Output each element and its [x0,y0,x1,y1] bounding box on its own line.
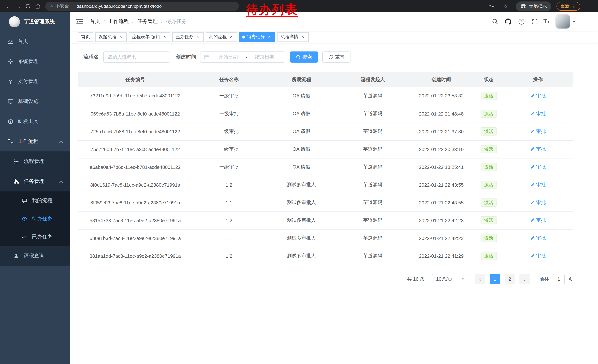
view-tab[interactable]: 流程详情 × [277,32,309,42]
help-icon[interactable] [517,17,526,26]
close-icon[interactable]: × [229,34,234,40]
date-range-picker[interactable]: 开始日期 - 结束日期 [200,51,285,63]
cell-action: 审批 [503,87,573,105]
page-number-button[interactable]: 1 [490,274,500,284]
cell-task-id: 8f0d1619-7ac8-11ec-a9e2-a2380e71991a [78,176,193,194]
more-menu-icon[interactable]: ⋮ [572,4,576,9]
github-icon[interactable] [503,17,513,26]
cell-task-name: 一级审批 [193,122,265,140]
approve-link[interactable]: 审批 [530,235,546,242]
address-bar[interactable]: ⚠ 不安全 dashboard.yudao.iocoder.cn/bpm/tas… [45,2,239,11]
approve-link[interactable]: 审批 [530,252,546,259]
status-badge: 激活 [481,110,497,118]
next-page-button[interactable]: › [519,274,530,284]
cell-status: 激活 [475,105,503,122]
cell-process: 测试多审批人 [265,247,338,265]
sidebar-item-home[interactable]: 首页 [0,32,70,51]
cell-task-name: 1.1 [193,229,265,247]
pagination: 共 16 条 10条/页 ▾ ‹ 1 2 › 前往 [78,274,573,284]
end-date-placeholder[interactable]: 结束日期 [248,54,281,60]
table-row: a6aba0a4-7b6d-11ec-b781-acde48001122 一级审… [78,158,573,176]
close-icon[interactable]: × [162,34,167,40]
search-icon[interactable] [490,17,500,26]
sidebar-item-leave-query[interactable]: 请假查询 [0,246,70,266]
sidebar-item-task-management[interactable]: 任务管理 [0,171,70,191]
view-tab[interactable]: 首页 [78,32,93,42]
close-icon[interactable]: × [300,34,305,40]
breadcrumb-task-management[interactable]: 任务管理 [137,18,158,25]
page-number-button[interactable]: 2 [505,274,515,284]
sidebar-item-my-process[interactable]: 我的流程 [0,191,70,210]
sidebar-toggle-icon[interactable] [70,12,89,31]
fullscreen-icon[interactable] [530,17,540,26]
sidebar-item-devtools[interactable]: 研发工具 [0,112,70,131]
tab-label: 流程详情 [281,34,298,40]
view-tab[interactable]: 待办任务 × [239,32,275,42]
view-tab[interactable]: 我的流程 × [206,32,237,42]
flow-icon [8,138,13,145]
refresh-icon[interactable] [23,1,33,11]
sidebar-item-infrastructure[interactable]: 基础设施 [0,91,70,112]
start-date-placeholder[interactable]: 开始日期 [212,54,245,60]
edit-icon [530,147,535,152]
breadcrumb-home[interactable]: 首页 [90,18,100,25]
column-header: 任务编号 [78,72,193,87]
approve-link[interactable]: 审批 [530,199,546,206]
refresh-icon [328,55,333,59]
home-icon[interactable] [33,1,42,11]
sidebar-item-process-management[interactable]: 流程管理 [0,152,70,171]
tags-view-bar: 首页 发起流程 × 流程表单-编辑 × [70,31,598,43]
page-size-select[interactable]: 10条/页 ▾ [432,274,467,284]
cell-create-time: 2022-01-21 22:43:55 [408,194,475,211]
user-menu[interactable]: ▾ [556,14,575,29]
breadcrumb-workflow[interactable]: 工作流程 [108,18,129,25]
status-badge: 激活 [481,181,497,189]
yen-icon: ¥ [8,79,13,84]
reset-button[interactable]: 重置 [322,51,350,63]
sidebar-item-payment[interactable]: ¥ 支付管理 [0,72,70,91]
close-icon[interactable]: × [267,34,272,40]
bookmark-star-icon[interactable]: ☆ [501,1,511,11]
approve-link[interactable]: 审批 [530,110,546,117]
back-icon[interactable]: ← [4,1,13,11]
forward-icon[interactable]: → [13,1,23,11]
approve-link[interactable]: 审批 [530,93,546,99]
cell-create-time: 2022-01-22 20:33:10 [408,140,475,158]
key-icon[interactable] [486,1,496,11]
sidebar-item-done-tasks[interactable]: 已办任务 [0,228,70,246]
view-tab[interactable]: 流程表单-编辑 × [129,32,170,42]
chevron-down-icon [59,159,63,162]
prev-page-button[interactable]: ‹ [475,274,485,284]
sidebar-item-workflow[interactable]: 工作流程 [0,131,70,152]
url-text: dashboard.yudao.iocoder.cn/bpm/task/todo [77,4,162,9]
process-name-input[interactable] [103,51,170,63]
view-tab[interactable]: 已办任务 × [172,32,204,42]
update-button[interactable]: 更新 ⋮ [556,2,580,11]
approve-link[interactable]: 审批 [530,164,546,170]
sidebar-item-todo-tasks[interactable]: 待办任务 [0,210,70,228]
approve-link[interactable]: 审批 [530,128,546,135]
cell-task-id: 8f059c03-7ac8-11ec-a9e2-a2380e71991a [78,194,193,211]
cell-status: 激活 [475,176,503,194]
cell-task-id: 58154733-7ac8-11ec-a9e2-a2380e71991a [78,211,193,229]
cell-task-id: a6aba0a4-7b6d-11ec-b781-acde48001122 [78,158,193,176]
font-size-icon[interactable]: TT [543,18,550,25]
cell-initiator: 芋道源码 [338,229,408,247]
approve-link[interactable]: 审批 [530,181,546,188]
cell-create-time: 2022-01-22 23:53:32 [408,87,475,105]
view-tab[interactable]: 发起流程 × [95,32,127,42]
sidebar-item-system[interactable]: 系统管理 [0,51,70,72]
close-icon[interactable]: × [118,34,123,40]
approve-link[interactable]: 审批 [530,217,546,224]
search-button[interactable]: 搜索 [290,51,318,63]
cell-process: OA 请假 [265,105,338,122]
cell-task-name: 1.2 [193,211,265,229]
goto-page-input[interactable] [553,274,565,284]
cell-initiator: 芋道源码 [338,211,408,229]
approve-link[interactable]: 审批 [530,146,546,153]
close-icon[interactable]: × [195,34,200,40]
app-logo[interactable]: 芋道管理系统 [0,12,70,32]
chat-bubble-icon [22,198,27,203]
active-dot-icon [242,35,245,38]
avatar[interactable] [556,14,570,29]
